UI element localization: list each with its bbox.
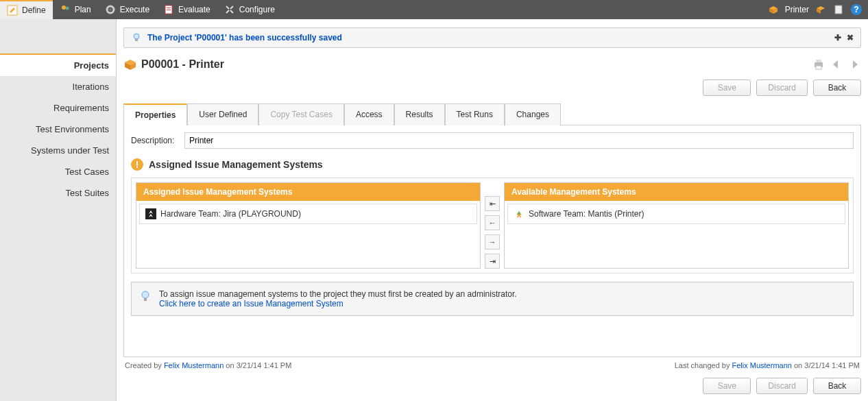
- changed-by: Last changed by Felix Mustermann on 3/21…: [675, 361, 860, 369]
- topbar-tab-label: Configure: [239, 5, 275, 14]
- tab-properties[interactable]: Properties: [123, 104, 187, 125]
- created-user-link[interactable]: Felix Mustermann: [164, 361, 224, 369]
- sidebar-item-label: Requirements: [53, 103, 109, 113]
- tab-results[interactable]: Results: [394, 104, 445, 125]
- top-button-row: Save Discard Back: [123, 75, 861, 103]
- description-input[interactable]: [184, 132, 854, 149]
- available-panel-header: Available Management Systems: [505, 183, 848, 201]
- info-box: To assign issue management systems to th…: [131, 282, 854, 316]
- lightbulb-icon: [131, 32, 142, 43]
- sidebar-item-test-suites[interactable]: Test Suites: [0, 182, 116, 204]
- discard-button-bottom[interactable]: Discard: [756, 378, 808, 394]
- topbar-tab-evaluate[interactable]: Evaluate: [156, 0, 217, 19]
- clipboard-icon: [163, 4, 174, 15]
- sidebar-item-test-environments[interactable]: Test Environments: [0, 119, 116, 140]
- topbar-tab-label: Define: [22, 5, 46, 15]
- sidebar-item-label: Projects: [74, 60, 109, 71]
- assigned-item[interactable]: Hardware Team: Jira (PLAYGROUND): [139, 204, 477, 224]
- svg-rect-15: [816, 66, 821, 69]
- svg-point-1: [62, 5, 66, 10]
- tab-access[interactable]: Access: [344, 104, 394, 125]
- back-button-bottom[interactable]: Back: [813, 378, 861, 394]
- assigned-panel: Assigned Issue Management Systems Hardwa…: [136, 182, 481, 269]
- topbar-tab-configure[interactable]: Configure: [217, 0, 282, 19]
- sidebar-item-systems-under-test[interactable]: Systems under Test: [0, 140, 116, 161]
- sidebar-item-label: Test Cases: [65, 167, 109, 177]
- sidebar-item-test-cases[interactable]: Test Cases: [0, 161, 116, 182]
- sidebar-item-iterations[interactable]: Iterations: [0, 76, 116, 97]
- sidebar: Projects Iterations Requirements Test En…: [0, 19, 117, 401]
- notification-expand[interactable]: ✚: [834, 33, 841, 42]
- topbar-right: Printer ?: [762, 0, 868, 19]
- page-icon[interactable]: [832, 3, 845, 16]
- tab-label: Test Runs: [457, 110, 493, 119]
- topbar-tab-execute[interactable]: Execute: [98, 0, 156, 19]
- tools-icon: [224, 4, 235, 15]
- help-icon[interactable]: ?: [850, 3, 863, 16]
- description-field: Description:: [131, 132, 854, 149]
- topbar-tab-plan[interactable]: Plan: [53, 0, 98, 19]
- tab-label: Properties: [135, 110, 176, 120]
- arrow-right-icon[interactable]: [847, 58, 861, 71]
- svg-rect-8: [835, 5, 842, 14]
- box-icon: [767, 3, 780, 16]
- svg-rect-7: [167, 10, 171, 10]
- tab-content: Description: ! Assigned Issue Management…: [123, 125, 861, 357]
- gear-icon: [105, 4, 116, 15]
- changed-user-link[interactable]: Felix Mustermann: [732, 361, 792, 369]
- available-item[interactable]: Software Team: Mantis (Printer): [507, 204, 845, 224]
- jira-icon: [145, 208, 156, 219]
- discard-button[interactable]: Discard: [756, 80, 808, 96]
- page-header: P00001 - Printer: [123, 53, 861, 75]
- svg-rect-14: [816, 60, 821, 62]
- tab-user-defined[interactable]: User Defined: [187, 104, 258, 125]
- topbar-tab-label: Evaluate: [178, 5, 210, 14]
- box-small-icon[interactable]: [815, 3, 827, 16]
- sidebar-item-label: Test Suites: [65, 188, 109, 198]
- svg-rect-18: [144, 298, 147, 301]
- footer-meta: Created by Felix Mustermann on 3/21/14 1…: [123, 357, 861, 374]
- tab-test-runs[interactable]: Test Runs: [445, 104, 505, 125]
- tab-copy-test-cases[interactable]: Copy Test Cases: [258, 104, 344, 125]
- sidebar-item-label: Test Environments: [36, 124, 109, 134]
- topbar-tab-label: Execute: [120, 5, 149, 14]
- save-button[interactable]: Save: [703, 80, 751, 96]
- tab-label: User Defined: [199, 110, 247, 119]
- print-icon[interactable]: [812, 58, 825, 71]
- svg-point-2: [65, 7, 69, 10]
- dual-list-panel: Assigned Issue Management Systems Hardwa…: [131, 178, 854, 274]
- notification-close[interactable]: ✖: [847, 33, 854, 42]
- move-all-right-button[interactable]: ⇥: [485, 254, 500, 269]
- svg-rect-12: [135, 39, 138, 41]
- section-title-text: Assigned Issue Management Systems: [149, 159, 323, 170]
- svg-text:?: ?: [854, 5, 858, 14]
- svg-point-4: [109, 8, 112, 11]
- sidebar-item-requirements[interactable]: Requirements: [0, 97, 116, 119]
- sidebar-item-label: Systems under Test: [31, 145, 109, 156]
- move-left-button[interactable]: ←: [485, 215, 500, 230]
- svg-rect-6: [167, 8, 171, 8]
- mantis-icon: [514, 208, 525, 219]
- move-buttons: ⇤ ← → ⇥: [485, 182, 500, 269]
- assigned-item-text: Hardware Team: Jira (PLAYGROUND): [160, 209, 301, 219]
- info-link[interactable]: Click here to create an Issue Management…: [159, 299, 517, 308]
- description-label: Description:: [131, 136, 179, 145]
- topbar-tab-define[interactable]: Define: [0, 0, 53, 19]
- tab-label: Changes: [516, 110, 549, 119]
- save-button-bottom[interactable]: Save: [703, 378, 751, 394]
- topbar-tab-label: Plan: [75, 5, 91, 14]
- move-right-button[interactable]: →: [485, 234, 500, 250]
- breadcrumb-label[interactable]: Printer: [785, 5, 809, 14]
- top-toolbar: Define Plan Execute Evaluate Configure P…: [0, 0, 868, 19]
- page-title: P00001 - Printer: [141, 58, 224, 71]
- move-all-left-button[interactable]: ⇤: [485, 196, 500, 211]
- arrow-left-icon[interactable]: [830, 58, 843, 71]
- people-icon: [60, 4, 71, 15]
- section-title: ! Assigned Issue Management Systems: [131, 158, 854, 171]
- created-by: Created by Felix Mustermann on 3/21/14 1…: [125, 361, 291, 369]
- back-button[interactable]: Back: [813, 80, 861, 96]
- tab-changes[interactable]: Changes: [505, 104, 561, 125]
- sidebar-item-projects[interactable]: Projects: [0, 53, 116, 76]
- info-text: To assign issue management systems to th…: [159, 289, 517, 299]
- tab-bar: Properties User Defined Copy Test Cases …: [123, 103, 861, 125]
